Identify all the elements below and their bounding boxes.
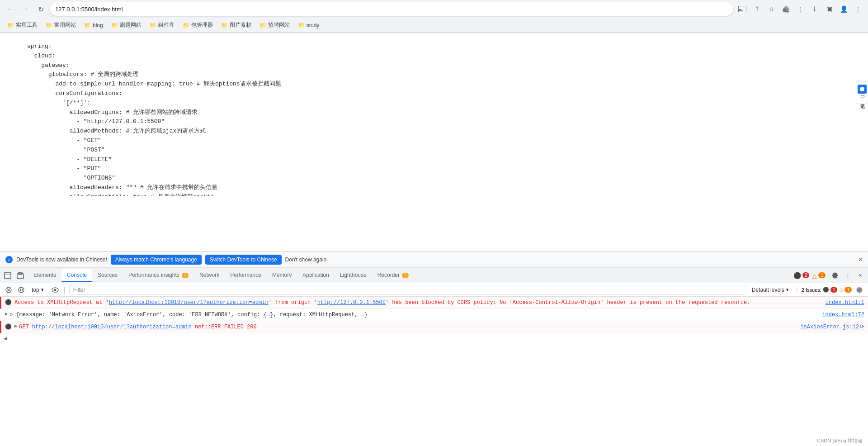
window-icon-btn[interactable]: ▣	[823, 3, 835, 15]
bookmark-tools-label: 实用工具	[16, 21, 38, 29]
download-icon-btn[interactable]: ⭳	[808, 3, 821, 15]
separator: |	[64, 286, 66, 294]
share-icon-btn[interactable]: ⤴	[750, 3, 763, 15]
cors-error-text: Access to XMLHttpRequest at 'http://loca…	[14, 299, 822, 307]
default-levels-selector[interactable]: Default levels ▼	[749, 286, 793, 294]
context-selector[interactable]: top ▼	[29, 286, 47, 294]
issues-error-icon: ⚫	[823, 287, 829, 293]
expand-arrow-icon-2[interactable]: ▶	[14, 323, 17, 330]
console-clear-button[interactable]	[4, 285, 14, 295]
more-tabs-button[interactable]: ⋮	[842, 270, 854, 281]
tab-memory[interactable]: Memory	[267, 269, 297, 282]
match-language-button[interactable]: Always match Chrome's language	[111, 255, 202, 265]
cors-error-link1[interactable]: http://localhost:10010/user/1?authorizat…	[109, 299, 269, 306]
folder-icon: 📁	[150, 22, 156, 28]
reload-icon[interactable]: ⟳	[860, 323, 864, 331]
folder-icon: 📁	[183, 22, 189, 28]
svg-rect-2	[5, 272, 11, 279]
bookmark-jobs[interactable]: 📁 招聘网站	[256, 19, 293, 31]
address-bar[interactable]	[50, 2, 733, 16]
bookmark-common[interactable]: 📁 常用网站	[42, 19, 80, 31]
tab-performance[interactable]: Performance	[225, 269, 267, 282]
switch-chinese-button[interactable]: Switch DevTools to Chinese	[205, 255, 282, 265]
bookmark-images[interactable]: 📁 图片素材	[217, 19, 255, 31]
warn-count: 1	[818, 272, 826, 278]
console-prompt-line: ◀	[0, 333, 868, 344]
bookmark-npm-label: 包管理器	[191, 21, 213, 29]
svg-point-1	[738, 11, 739, 12]
svg-point-13	[54, 289, 56, 291]
tab-performance-insights[interactable]: Performance insights △	[123, 269, 194, 282]
nav-icons: ⤴ ☆ 🪨 ⋮ ⭳ ▣ 👤 ⋮	[736, 3, 864, 15]
tab-console[interactable]: Console	[61, 269, 92, 282]
tab-recorder[interactable]: Recorder △	[372, 269, 415, 282]
prompt-arrow-icon: ◀	[4, 335, 7, 342]
extensions-icon-btn[interactable]: 🪨	[779, 3, 792, 15]
bookmark-blog-label: blog	[93, 22, 103, 28]
dock-button[interactable]	[2, 270, 14, 281]
tab-network[interactable]: Network	[194, 269, 225, 282]
browser-chrome: ← → ↻ ⤴ ☆ 🪨 ⋮ ⭳ ▣ 👤 ⋮ 📁 实用工具 📁 常用网站 �	[0, 0, 868, 33]
error-icon: ⚫	[5, 299, 12, 307]
tab-application[interactable]: Application	[297, 269, 335, 282]
bookmark-study[interactable]: 📁 study	[294, 20, 323, 30]
reload-button[interactable]: ↻	[34, 3, 47, 15]
expand-arrow-icon[interactable]: ▶	[5, 311, 8, 318]
folder-icon: 📁	[259, 22, 266, 28]
bookmark-blog[interactable]: 📁 blog	[80, 20, 107, 30]
folder-icon: 📁	[7, 22, 14, 28]
console-output[interactable]: ⚫ Access to XMLHttpRequest at 'http://lo…	[0, 297, 868, 446]
console-toolbar: top ▼ | Default levels ▼ | 2 Issues: ⚫ 1…	[0, 283, 868, 297]
folder-icon: 📁	[221, 22, 228, 28]
star-icon-btn[interactable]: ☆	[765, 3, 778, 15]
tab-list: Elements Console Sources Performance ins…	[28, 269, 793, 282]
console-pause-button[interactable]	[16, 285, 26, 295]
forward-button[interactable]: →	[19, 3, 32, 15]
cors-error-link2[interactable]: http://127.0.0.1:5500	[317, 299, 386, 306]
console-filter-input[interactable]	[69, 285, 746, 295]
chevron-down-icon-levels: ▼	[785, 287, 790, 292]
back-button[interactable]: ←	[4, 3, 16, 15]
code-line: globalcors: # 全局的跨域处理	[27, 70, 841, 80]
devtools-tab-left-actions	[2, 270, 26, 281]
watermark: CSDN @Bug 终结者	[817, 437, 863, 444]
axios-error-file-ref[interactable]: index.html:72	[818, 311, 864, 319]
settings-button[interactable]	[829, 270, 841, 281]
code-line: '[/**]':	[27, 99, 841, 108]
issues-label: 2 Issues:	[802, 287, 821, 293]
bookmark-common-label: 常用网站	[54, 21, 76, 29]
close-notification-button[interactable]: ×	[859, 256, 863, 264]
bookmark-components[interactable]: 📁 组件库	[146, 19, 178, 31]
undock-button[interactable]	[14, 270, 26, 281]
menu-icon-btn[interactable]: ⋮	[794, 3, 807, 15]
tab-elements[interactable]: Elements	[28, 269, 61, 282]
cors-error-file-ref[interactable]: index.html:1	[822, 299, 864, 307]
code-line: spring:	[27, 42, 841, 52]
code-line: allowedMethods: # 允许的跨域ajax的请求方式	[27, 127, 841, 136]
code-line: allowCredentials: true # 是否允许携带cookie	[27, 193, 841, 196]
bookmark-puzzle[interactable]: 📁 刷题网站	[108, 19, 145, 31]
console-error-get: ⚫ ▶ GET http://localhost:10010/user/1?au…	[0, 321, 868, 333]
tab-lighthouse[interactable]: Lighthouse	[335, 269, 372, 282]
get-error-file-ref-with-icon: isAxiosError.js:12 ⟳	[800, 323, 864, 331]
code-line: - "GET"	[27, 136, 841, 146]
csdn-side-panel[interactable]: C 笔记	[856, 81, 868, 104]
get-error-link[interactable]: http://localhost:10010/user/1?authorizat…	[32, 324, 192, 330]
svg-point-9	[19, 287, 24, 293]
bookmark-tools[interactable]: 📁 实用工具	[4, 19, 41, 31]
issues-warn-count: 1	[844, 287, 852, 293]
profile-icon-btn[interactable]: 👤	[837, 3, 850, 15]
close-devtools-button[interactable]: ×	[854, 270, 866, 281]
bookmark-npm[interactable]: 📁 包管理器	[179, 19, 217, 31]
bookmark-jobs-label: 招聘网站	[268, 21, 290, 29]
code-line: - "OPTIONS"	[27, 174, 841, 183]
dont-show-button[interactable]: Don't show again	[285, 256, 327, 263]
tab-sources[interactable]: Sources	[92, 269, 123, 282]
axios-error-text: o {message: 'Network Error', name: 'Axio…	[9, 311, 818, 319]
more-icon-btn[interactable]: ⋮	[852, 3, 864, 15]
cast-icon-btn[interactable]	[736, 3, 749, 15]
console-settings-button[interactable]	[854, 285, 864, 295]
get-error-file-link[interactable]: isAxiosError.js:12	[800, 323, 859, 331]
code-line: add-to-simple-url-handler-mapping: true …	[27, 80, 841, 89]
eye-icon-btn[interactable]	[50, 285, 60, 295]
